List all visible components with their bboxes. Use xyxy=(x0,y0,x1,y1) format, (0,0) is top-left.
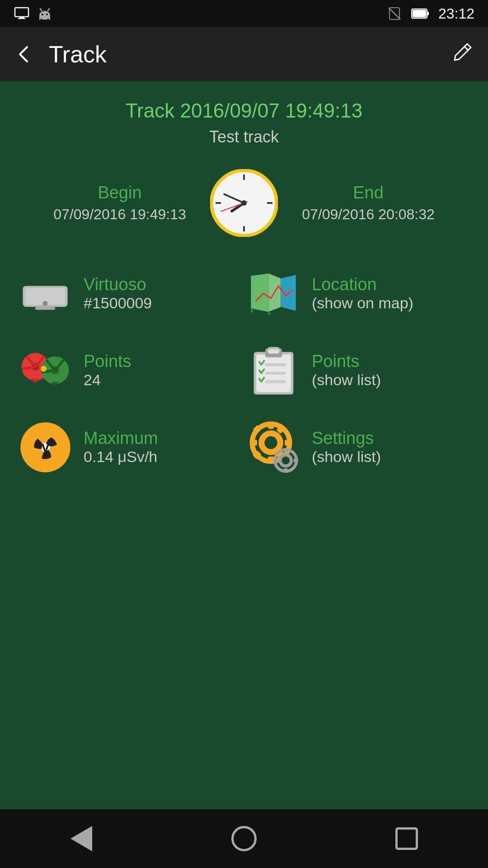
svg-rect-64 xyxy=(284,468,288,473)
location-text: Location (show on map) xyxy=(312,275,413,312)
virtuoso-text: Virtuoso #1500009 xyxy=(84,275,152,312)
radiation-pins-icon xyxy=(18,343,72,397)
svg-rect-53 xyxy=(268,457,274,463)
svg-rect-9 xyxy=(49,16,50,20)
begin-label: Begin xyxy=(98,183,141,203)
svg-rect-43 xyxy=(265,372,286,375)
points-list-label: Points xyxy=(312,352,381,371)
points-count-text: Points 24 xyxy=(84,352,131,389)
status-time: 23:12 xyxy=(438,5,474,22)
location-value: (show on map) xyxy=(312,294,413,312)
points-list-item[interactable]: Points (show list) xyxy=(246,339,470,402)
status-bar-left xyxy=(14,5,53,22)
map-icon xyxy=(246,266,300,321)
device-icon xyxy=(18,266,72,321)
end-label: End xyxy=(353,183,384,203)
svg-rect-55 xyxy=(285,440,291,446)
nav-home-button[interactable] xyxy=(226,821,262,857)
clock-row: Begin 07/09/2016 19:49:13 xyxy=(18,169,470,237)
virtuoso-label: Virtuoso xyxy=(84,275,152,294)
top-bar: Track xyxy=(0,27,488,81)
settings-icon xyxy=(246,420,300,474)
settings-value: (show list) xyxy=(312,448,381,466)
bottom-navigation xyxy=(0,809,488,868)
settings-label: Settings xyxy=(312,429,381,448)
settings-item[interactable]: Settings (show list) xyxy=(246,415,470,479)
nav-back-button[interactable] xyxy=(63,821,99,857)
end-date: 07/09/2016 20:08:32 xyxy=(302,206,435,223)
back-button[interactable] xyxy=(14,43,35,65)
points-count-label: Points xyxy=(84,352,131,371)
main-content: Track 2016/09/07 19:49:13 Test track Beg… xyxy=(0,81,488,809)
svg-rect-63 xyxy=(284,448,288,453)
svg-rect-14 xyxy=(413,10,426,17)
clock-icon xyxy=(210,169,278,237)
svg-rect-8 xyxy=(39,16,41,20)
svg-point-67 xyxy=(282,457,290,464)
svg-text:γ: γ xyxy=(41,438,49,454)
svg-rect-52 xyxy=(268,422,274,429)
location-label: Location xyxy=(312,275,413,294)
track-title: Track 2016/09/07 19:49:13 xyxy=(18,99,470,122)
svg-rect-65 xyxy=(273,458,278,462)
begin-section: Begin 07/09/2016 19:49:13 xyxy=(47,183,192,223)
radiation-max-icon: γ xyxy=(18,420,72,474)
svg-point-5 xyxy=(46,14,48,15)
maximum-value: 0.14 μSv/h xyxy=(84,448,158,466)
begin-date: 07/09/2016 19:49:13 xyxy=(53,206,186,223)
virtuoso-item[interactable]: Virtuoso #1500009 xyxy=(18,262,242,325)
svg-rect-30 xyxy=(35,307,55,310)
svg-point-29 xyxy=(43,301,48,306)
battery-icon xyxy=(411,7,429,20)
points-count-item[interactable]: Points 24 xyxy=(18,339,242,402)
svg-line-11 xyxy=(389,8,400,19)
points-count-value: 24 xyxy=(84,371,131,389)
svg-point-37 xyxy=(41,366,47,372)
no-sim-icon xyxy=(387,6,402,21)
svg-rect-54 xyxy=(250,440,257,446)
svg-line-15 xyxy=(465,47,468,50)
location-item[interactable]: Location (show on map) xyxy=(246,262,470,325)
maximum-item[interactable]: γ Maximum 0.14 μSv/h xyxy=(18,415,242,479)
maximum-label: Maximum xyxy=(84,429,158,448)
settings-text: Settings (show list) xyxy=(312,429,381,466)
android-icon xyxy=(37,5,53,22)
status-bar: 23:12 xyxy=(0,0,488,27)
screen-icon xyxy=(14,5,30,22)
svg-point-4 xyxy=(42,14,43,15)
page-title: Track xyxy=(49,41,451,68)
svg-rect-44 xyxy=(265,380,286,383)
maximum-text: Maximum 0.14 μSv/h xyxy=(84,429,158,466)
svg-rect-13 xyxy=(427,12,429,15)
virtuoso-value: #1500009 xyxy=(84,294,152,312)
svg-line-6 xyxy=(40,9,42,11)
track-subtitle: Test track xyxy=(18,127,470,146)
svg-rect-66 xyxy=(294,458,298,462)
svg-rect-42 xyxy=(265,363,286,366)
svg-rect-2 xyxy=(18,18,25,19)
points-list-value: (show list) xyxy=(312,371,381,389)
svg-rect-45 xyxy=(268,349,279,353)
edit-button[interactable] xyxy=(451,40,474,68)
svg-point-3 xyxy=(39,11,50,20)
svg-point-25 xyxy=(241,200,247,206)
svg-rect-0 xyxy=(15,8,28,17)
svg-rect-1 xyxy=(19,17,24,18)
info-grid: Virtuoso #1500009 xyxy=(18,262,470,479)
svg-point-60 xyxy=(264,436,277,449)
nav-recents-button[interactable] xyxy=(389,821,425,857)
end-section: End 07/09/2016 20:08:32 xyxy=(296,183,441,223)
points-list-text: Points (show list) xyxy=(312,352,381,389)
clipboard-icon xyxy=(246,343,300,397)
svg-line-7 xyxy=(48,9,49,11)
